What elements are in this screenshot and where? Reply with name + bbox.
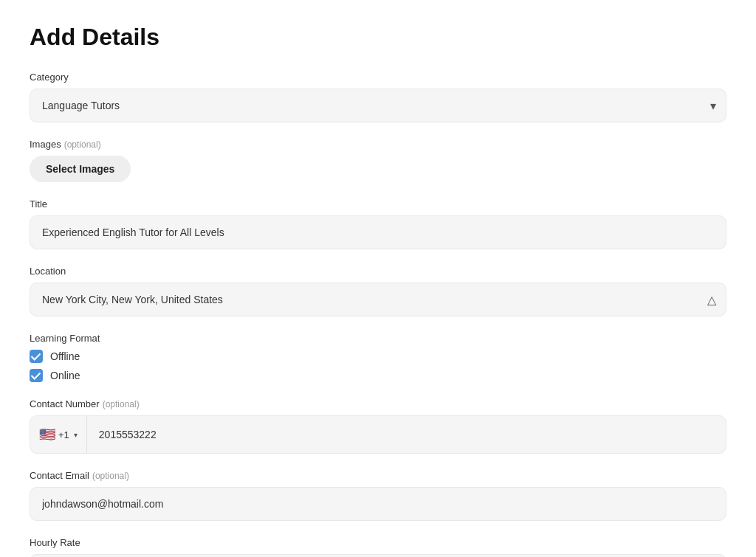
contact-number-section: Contact Number(optional) 🇺🇸 +1 ▾ <box>30 398 726 454</box>
phone-chevron-icon: ▾ <box>74 431 78 439</box>
flag-icon: 🇺🇸 <box>39 426 55 443</box>
hourly-rate-section: Hourly Rate <box>30 537 726 557</box>
location-wrapper: △ <box>30 283 726 316</box>
location-label: Location <box>30 266 726 277</box>
phone-number-input[interactable] <box>87 418 726 451</box>
phone-country-selector[interactable]: 🇺🇸 +1 ▾ <box>30 416 87 453</box>
learning-format-checkboxes: Offline Online <box>30 350 726 382</box>
images-section: Images(optional) Select Images <box>30 139 726 182</box>
hourly-rate-label: Hourly Rate <box>30 537 726 548</box>
online-label: Online <box>50 370 80 381</box>
title-section: Title <box>30 198 726 249</box>
contact-email-input[interactable] <box>30 487 726 521</box>
offline-checkbox[interactable] <box>30 350 43 363</box>
category-section: Category Language TutorsMath TutorsScien… <box>30 72 726 122</box>
learning-format-section: Learning Format Offline Online <box>30 333 726 382</box>
hourly-rate-input[interactable] <box>30 554 726 557</box>
category-label: Category <box>30 72 726 83</box>
offline-checkbox-item[interactable]: Offline <box>30 350 726 363</box>
contact-email-section: Contact Email(optional) <box>30 470 726 521</box>
learning-format-label: Learning Format <box>30 333 726 344</box>
phone-country-code: +1 <box>58 429 69 440</box>
select-images-button[interactable]: Select Images <box>30 156 131 182</box>
title-input[interactable] <box>30 215 726 249</box>
online-checkbox[interactable] <box>30 369 43 382</box>
contact-email-label: Contact Email(optional) <box>30 470 726 481</box>
online-checkbox-item[interactable]: Online <box>30 369 726 382</box>
offline-label: Offline <box>50 350 80 362</box>
category-select[interactable]: Language TutorsMath TutorsScience Tutors… <box>30 89 726 122</box>
phone-wrapper: 🇺🇸 +1 ▾ <box>30 415 726 454</box>
images-label: Images(optional) <box>30 139 726 150</box>
contact-number-label: Contact Number(optional) <box>30 398 726 409</box>
location-section: Location △ <box>30 266 726 316</box>
location-input[interactable] <box>30 283 726 316</box>
title-label: Title <box>30 198 726 210</box>
page-title: Add Details <box>30 24 726 51</box>
category-select-wrapper: Language TutorsMath TutorsScience Tutors… <box>30 89 726 122</box>
